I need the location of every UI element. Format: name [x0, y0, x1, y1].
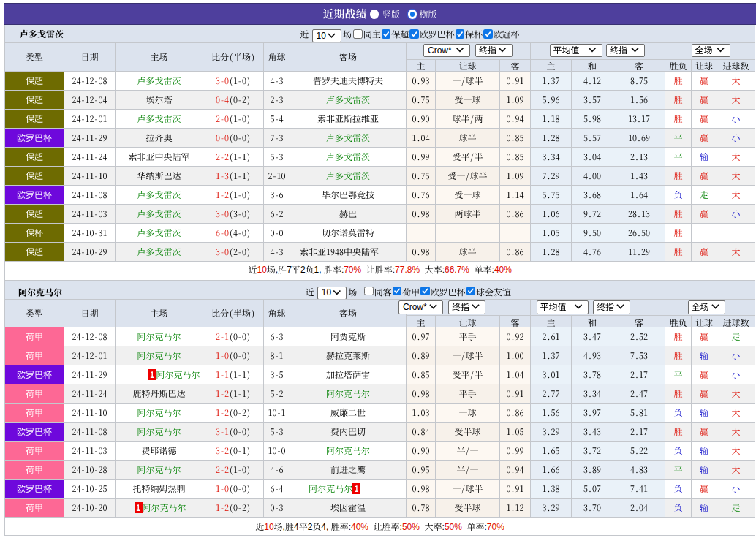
svg-text:1,: 1, — [314, 265, 322, 275]
svg-text:10: 10 — [257, 265, 268, 275]
svg-text:Crow*: Crow* — [428, 45, 452, 56]
svg-text:70%: 70% — [344, 265, 361, 275]
svg-text:7: 7 — [287, 265, 292, 275]
svg-text:2: 2 — [308, 522, 313, 532]
svg-text:10: 10 — [264, 522, 274, 532]
svg-text:40%: 40% — [494, 265, 512, 275]
svg-text:40%: 40% — [351, 522, 368, 532]
svg-text:10: 10 — [317, 31, 327, 41]
svg-text:2: 2 — [300, 265, 306, 275]
svg-text:Crow*: Crow* — [403, 302, 427, 312]
svg-text:,: , — [276, 265, 278, 275]
svg-text:,: , — [283, 522, 285, 532]
svg-text:50%: 50% — [402, 522, 420, 532]
svg-text:50%: 50% — [445, 522, 462, 532]
svg-text:70%: 70% — [487, 522, 504, 532]
svg-text:4: 4 — [294, 522, 299, 532]
svg-text:77.8%: 77.8% — [395, 265, 420, 275]
svg-text:4,: 4, — [321, 522, 328, 532]
svg-text:66.7%: 66.7% — [445, 265, 469, 275]
svg-text:10: 10 — [322, 287, 332, 298]
